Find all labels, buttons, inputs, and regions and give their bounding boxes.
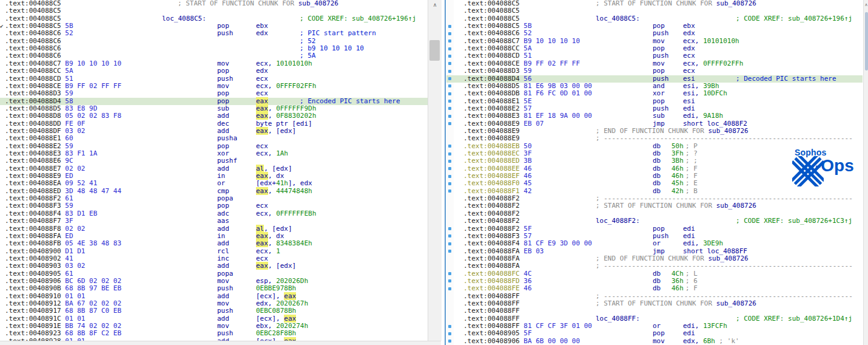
asm-seg: 52 (65, 29, 73, 37)
asm-seg: edi, (683, 322, 703, 330)
asm-line[interactable]: .text:004088C5; START OF FUNCTION CHUNK … (0, 0, 428, 7)
left-scrollbar-thumb[interactable] (429, 40, 440, 61)
asm-seg: eax (256, 172, 268, 180)
asm-seg: jmp (653, 120, 665, 128)
asm-seg: 05 02 02 83 F8 (65, 112, 121, 120)
asm-seg: 60 (65, 134, 73, 142)
asm-seg: .text:004088C5 (463, 0, 520, 7)
asm-seg: ED (65, 172, 73, 180)
line-dot-icon (448, 62, 451, 65)
asm-seg: , (268, 112, 276, 120)
asm-seg: 81 EF 18 9A 00 00 (523, 112, 592, 120)
asm-seg: push (217, 75, 234, 83)
asm-seg: add (217, 239, 229, 247)
asm-seg: .text:00408903 (5, 262, 65, 270)
asm-seg: .text:004088FF (463, 307, 520, 315)
line-dot-icon (448, 25, 451, 28)
asm-seg: loc_4088C5: (596, 15, 640, 22)
asm-seg: .text:0040890B (5, 284, 65, 292)
asm-seg: rcl (217, 247, 229, 255)
asm-seg: .text:00408917 (5, 307, 65, 315)
asm-seg: in (217, 232, 225, 240)
asm-seg: 59 (523, 67, 531, 75)
line-dot-icon (448, 107, 451, 110)
asm-seg: or (653, 239, 661, 247)
asm-seg: db (653, 277, 661, 285)
asm-seg: short loc_4088FF (683, 247, 747, 255)
asm-line[interactable]: .text:004088C6 52pushedx; PIC start patt… (0, 30, 428, 37)
asm-seg: .text:004088E1 (463, 97, 523, 105)
asm-seg: pop (217, 202, 229, 210)
disassembly-panel-left[interactable]: .text:004088C5; START OF FUNCTION CHUNK … (0, 0, 428, 345)
asm-seg: .text:004088F2 (463, 202, 520, 210)
asm-seg: .text:00408910 (5, 292, 65, 300)
left-panel-vertical-scrollbar[interactable]: ∧ (428, 0, 442, 341)
asm-seg: db (653, 157, 661, 165)
asm-seg: .text:004088F7 (5, 217, 65, 225)
asm-seg: .text:004088C5 (463, 22, 523, 30)
asm-seg: push (653, 75, 669, 83)
asm-seg: .text:004088D4 (463, 75, 523, 83)
asm-seg: pop (653, 67, 665, 75)
asm-seg: .text:004088C5 (5, 0, 61, 7)
asm-seg: edi (683, 329, 695, 337)
asm-seg: .text:004088C5 (5, 22, 65, 30)
asm-seg: pusha (217, 134, 237, 142)
asm-line[interactable]: .text:00408906 BA 6B 00 00 00movedx, 6Bh… (454, 338, 863, 345)
scroll-up-arrow-icon[interactable]: ∧ (864, 1, 868, 10)
asm-seg: 1 (276, 247, 280, 255)
asm-seg: 46h (671, 172, 684, 180)
asm-seg: .text:004088F2 (5, 194, 65, 202)
asm-seg: 0EBBE978Bh (256, 284, 296, 292)
asm-seg: edi, (683, 112, 703, 120)
asm-seg: 68 8B 87 C0 EB (65, 307, 121, 315)
line-dot-icon (448, 47, 451, 50)
asm-seg: 45h (671, 179, 684, 187)
asm-seg: EB 07 (523, 120, 543, 128)
asm-seg: ; 5A (300, 52, 316, 60)
asm-seg: B9 10 10 10 10 (523, 37, 580, 45)
asm-seg: ecx, (256, 82, 276, 90)
asm-seg: .text:004088E3 (5, 149, 65, 157)
line-dot-icon (448, 234, 451, 237)
asm-seg: pushf (217, 157, 237, 165)
line-dot-icon (448, 167, 451, 170)
asm-seg: 3Fh (671, 149, 684, 157)
asm-seg: ecx, (256, 149, 276, 157)
scroll-up-arrow-icon[interactable]: ∧ (428, 1, 442, 10)
asm-seg: .text:004088CC (463, 44, 523, 52)
asm-seg: 68 8B 8F C2 EB (65, 329, 121, 337)
asm-seg: 3Bh (671, 157, 684, 165)
asm-seg: ecx (256, 75, 268, 83)
asm-seg: eax (256, 232, 268, 240)
asm-seg: eax (284, 315, 296, 323)
asm-seg: BA 67 02 02 02 (65, 299, 121, 307)
asm-seg: eax (256, 187, 268, 195)
asm-line[interactable]: .text:004088C6; b9 10 10 10 10 (0, 45, 428, 52)
window-divider[interactable] (445, 0, 446, 345)
asm-seg: .text:004088D3 (463, 67, 523, 75)
asm-seg: .text:004088F2 (463, 225, 523, 233)
asm-seg: eax (256, 112, 268, 120)
asm-seg: 50 (523, 142, 531, 150)
asm-seg: .text:004088E2 (463, 104, 523, 112)
left-panel-horizontal-scrollbar[interactable] (0, 341, 441, 345)
asm-seg: .text:004088C5 (5, 15, 61, 22)
asm-seg: .text:004088CE (463, 60, 523, 67)
asm-seg: .text:004088C6 (5, 37, 61, 45)
asm-seg: pop (653, 97, 665, 105)
right-scrollbar-thumb[interactable] (865, 12, 868, 70)
asm-seg: push (217, 29, 234, 37)
asm-seg: add (217, 262, 229, 270)
asm-seg: edi (683, 232, 695, 240)
asm-seg: .text:004088FA (463, 254, 520, 262)
asm-seg: 81 CF CF 3F 01 00 (523, 322, 592, 330)
asm-seg: 3F (65, 217, 73, 225)
asm-seg: loc_4088C5: (162, 15, 206, 22)
asm-seg: .text:00408902 (5, 254, 65, 262)
asm-seg: 51 (65, 75, 73, 83)
asm-seg: [edx+ (256, 179, 276, 187)
asm-seg: ; 52 (300, 37, 316, 45)
asm-seg: 0EBC0878Bh (256, 307, 296, 315)
asm-seg: .text:004088FE (463, 284, 523, 292)
